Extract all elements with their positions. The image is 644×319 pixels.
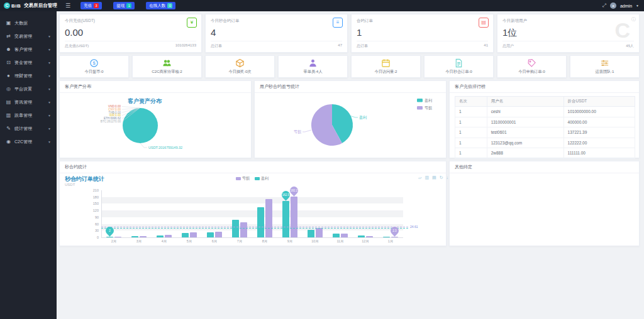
table-cell: ceshi <box>487 107 564 117</box>
stat-card-value: 4 <box>211 27 216 38</box>
bar-亏损-12月 <box>366 236 373 238</box>
restore-icon[interactable]: ↻ <box>440 175 443 180</box>
download-icon[interactable]: ↓ <box>447 175 449 180</box>
legend-label[interactable]: 盈利 <box>425 98 432 103</box>
stack-icon[interactable]: ▤ <box>432 175 436 180</box>
brand-watermark-icon: C <box>614 19 630 41</box>
header-button[interactable]: 在线人数0 <box>146 2 175 9</box>
y-axis-tick-label: 60 <box>85 222 99 226</box>
y-axis-tick-label: 30 <box>85 229 99 232</box>
x-axis-tick-label: 8月 <box>252 239 277 244</box>
header-button-label: 充值 <box>84 3 92 9</box>
chevron-down-icon: ▼ <box>48 140 51 144</box>
y-axis-tick-label: 180 <box>85 195 99 199</box>
bar-盈利-12月 <box>358 235 365 237</box>
stats-icon: ✎ <box>6 126 11 131</box>
table-cell: 1 <box>455 127 487 138</box>
shortcut-card[interactable]: 今日秒合订单:0 <box>424 55 494 78</box>
table-cell: 1 <box>455 117 487 127</box>
copytrade-icon: ▥ <box>6 112 11 118</box>
avatar[interactable]: a <box>610 3 616 9</box>
table-column-header: 折合USDT <box>564 97 635 107</box>
app-title: 交易所后台管理 <box>24 3 57 9</box>
sidebar-item-label: 资讯管理 <box>14 99 32 105</box>
chevron-down-icon: ▼ <box>48 100 51 104</box>
bar-chart-icon[interactable]: ▥ <box>425 175 429 180</box>
legend-item[interactable]: 亏损 <box>236 176 250 181</box>
sidebar-item-label: 统计管理 <box>14 126 32 132</box>
header-button[interactable]: 提现1 <box>113 2 135 9</box>
dashboard-page: C BiB 交易所后台管理 ☰ 充值3提现1在线人数0 ⤢ a admin ▼ … <box>0 0 644 319</box>
y-axis-tick-label: 210 <box>85 188 99 192</box>
legend-label[interactable]: 亏损 <box>425 105 432 111</box>
shortcut-card[interactable]: C2C商家待审核:2 <box>132 55 202 78</box>
stat-footer-value: 47 <box>338 43 342 49</box>
sidebar-item[interactable]: ●理财管理▼ <box>0 69 57 82</box>
chart-y-unit: USDT <box>65 183 75 187</box>
shortcut-card-label: 今日提币:0 <box>85 69 104 75</box>
stat-card-value: 1位 <box>502 27 517 39</box>
sidebar-item-label: 交易管理 <box>14 33 32 40</box>
menu-toggle-icon[interactable]: ☰ <box>65 3 70 9</box>
shortcut-card-label: 带单员:4人 <box>304 69 323 75</box>
sidebar-item[interactable]: ▤资讯管理▼ <box>0 95 57 109</box>
lottery-box-icon <box>235 58 245 68</box>
bar-盈利-9月 <box>282 201 289 237</box>
stat-footer-label: 总订单 <box>211 43 222 49</box>
table-cell: 111111.00 <box>564 148 635 159</box>
pie-title: 客户资产分布 <box>128 97 162 104</box>
user-name[interactable]: admin <box>620 4 632 8</box>
sidebar-item[interactable]: ☻客户管理▼ <box>0 43 57 56</box>
shortcut-card[interactable]: 带单员:4人 <box>278 55 348 78</box>
sidebar-item[interactable]: ▥跟单管理▼ <box>0 109 57 122</box>
table-cell: 137221.39 <box>564 127 635 138</box>
bar-盈利-10月 <box>308 230 314 237</box>
pnl-pie-panel: 用户秒合约盈亏统计 盈利亏损盈利亏损 <box>254 80 447 158</box>
line-chart-icon[interactable]: ▱ <box>418 175 421 180</box>
sidebar-item-label: 平台设置 <box>14 86 32 92</box>
shortcut-card[interactable]: $今日提币:0 <box>59 55 129 78</box>
chevron-down-icon: ▼ <box>48 87 51 91</box>
table-column-header: 名次 <box>455 97 487 107</box>
header-button-label: 在线人数 <box>149 3 165 9</box>
stat-card-value: 0.00 <box>65 27 83 38</box>
bar-亏损-8月 <box>265 199 272 237</box>
sidebar-item[interactable]: ▣大数据 <box>0 16 57 30</box>
sidebar-item[interactable]: ⇄交易管理▼ <box>0 30 57 43</box>
shortcut-card[interactable]: 今日抽奖:0次 <box>205 55 275 78</box>
stat-card-title: 合约订单 <box>357 18 373 24</box>
subscribe-tag-icon <box>527 58 536 68</box>
shortcut-card[interactable]: 运营团队:1 <box>570 55 640 78</box>
shortcut-card[interactable]: 今日申购订单:0 <box>497 55 567 78</box>
recharge-ranking-panel: 客户充值排行榜 名次用户名折合USDT 1ceshi1010000000.001… <box>449 80 640 158</box>
legend-swatch <box>236 177 241 180</box>
panel-title: 用户秒合约盈亏统计 <box>255 81 446 93</box>
header-button[interactable]: 充值3 <box>80 2 102 9</box>
shortcut-card[interactable]: 今日访问量:2 <box>351 55 421 78</box>
legend-item[interactable]: 盈利 <box>255 176 269 181</box>
chevron-down-icon[interactable]: ▼ <box>636 4 639 8</box>
chevron-down-icon: ▼ <box>48 114 51 117</box>
sidebar-item[interactable]: ◎平台设置▼ <box>0 82 57 95</box>
other-panel: 其他待定 <box>449 161 640 246</box>
logo: C BiB 交易所后台管理 <box>0 3 57 9</box>
stat-card: 今日秒合约订单≡4总订单47 <box>205 14 348 53</box>
stat-card-title: 今日新增用户 <box>502 18 527 24</box>
wealth-icon: ● <box>6 73 11 78</box>
sidebar-item-label: C2C管理 <box>14 139 32 145</box>
sidebar-item[interactable]: ✎统计管理▼ <box>0 122 57 135</box>
sidebar-item[interactable]: ◉C2C管理▼ <box>0 135 57 148</box>
x-axis-tick-label: 10月 <box>303 239 328 244</box>
header-button-label: 提现 <box>116 3 125 9</box>
legend-swatch[interactable] <box>417 99 423 102</box>
shortcut-card-label: C2C商家待审核:2 <box>152 69 182 75</box>
stat-footer-label: 总用户 <box>502 43 514 49</box>
chevron-down-icon: ▼ <box>48 74 51 78</box>
x-axis-tick-label: 6月 <box>202 239 227 244</box>
legend-swatch[interactable] <box>417 106 423 110</box>
sidebar-item[interactable]: ⊡资金管理▼ <box>0 56 57 69</box>
legend-label: 盈利 <box>261 176 269 180</box>
asset-distribution-pie-chart: 客户资产分布VND:0.00CNY:0.00THB:0.00IDR:0.00ET… <box>60 92 251 158</box>
bar-盈利-6月 <box>207 232 214 237</box>
fullscreen-icon[interactable]: ⤢ <box>602 3 606 9</box>
